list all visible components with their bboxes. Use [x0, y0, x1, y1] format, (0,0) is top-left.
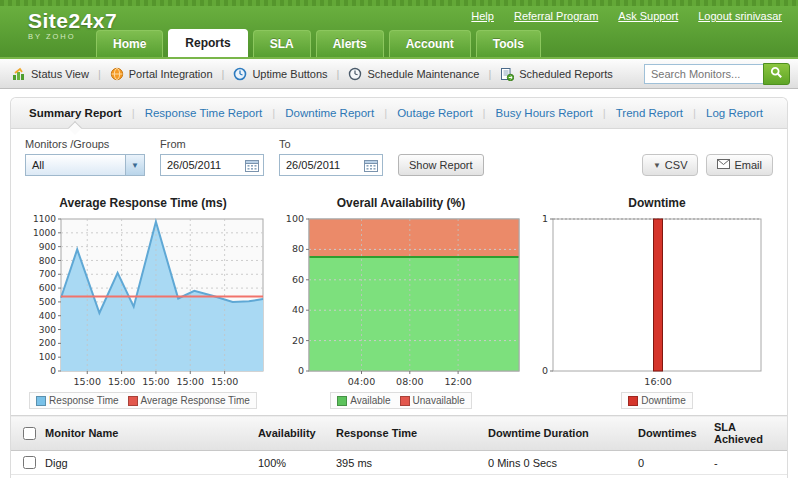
downtime-plot: 0116:00	[533, 213, 781, 391]
header-link-logout-srinivasar[interactable]: Logout srinivasar	[698, 10, 782, 22]
csv-button[interactable]: ▼ CSV	[642, 154, 699, 176]
toolbar-separator: |	[488, 68, 491, 80]
from-label: From	[160, 138, 264, 150]
svg-text:1000: 1000	[33, 228, 56, 238]
search-input[interactable]	[644, 64, 763, 84]
status-view-icon	[12, 67, 26, 81]
svg-text:08:00: 08:00	[396, 376, 423, 387]
search-monitors	[644, 63, 790, 85]
cell-monitor-name: Digg	[41, 451, 254, 475]
tab-account[interactable]: Account	[389, 30, 471, 57]
report-tab-summary-report[interactable]: Summary Report	[29, 107, 122, 119]
svg-text:500: 500	[39, 297, 56, 307]
toolbar: Status View|Portal Integration|Uptime Bu…	[0, 59, 798, 89]
legend-item-available: Available	[337, 395, 390, 406]
toolbar-item-portal-integration[interactable]: Portal Integration	[106, 67, 217, 81]
chevron-down-icon: ▼	[125, 155, 144, 175]
legend-item-response-time: Response Time	[36, 395, 118, 406]
report-tab-separator: |	[693, 107, 696, 119]
toolbar-item-status-view[interactable]: Status View	[8, 67, 93, 81]
svg-text:16:00: 16:00	[644, 376, 671, 387]
header-link-ask-support[interactable]: Ask Support	[618, 10, 678, 22]
svg-text:1: 1	[542, 213, 548, 224]
svg-text:20: 20	[292, 335, 304, 346]
from-date-filter: From 26/05/2011	[160, 138, 264, 176]
report-tab-separator: |	[384, 107, 387, 119]
tab-tools[interactable]: Tools	[476, 30, 541, 57]
report-tab-busy-hours-report[interactable]: Busy Hours Report	[496, 107, 593, 119]
svg-text:700: 700	[39, 269, 56, 279]
cell-downtimes: 0	[634, 451, 710, 475]
report-tab-outage-report[interactable]: Outage Report	[397, 107, 472, 119]
average-response-time-plot: 01002003004005006007008009001000110015:0…	[17, 213, 269, 391]
svg-text:15:00: 15:00	[74, 376, 101, 387]
export-buttons: ▼ CSV Email	[642, 154, 773, 176]
report-tab-response-time-report[interactable]: Response Time Report	[145, 107, 263, 119]
header-links: HelpReferral ProgramAsk SupportLogout sr…	[471, 10, 782, 22]
column-header-monitor-name[interactable]: Monitor Name	[41, 416, 254, 451]
monitors-table: Monitor NameAvailabilityResponse TimeDow…	[11, 415, 787, 478]
to-date-value: 26/05/2011	[280, 159, 364, 171]
filter-bar: Monitors /Groups All ▼ From 26/05/2011 T…	[11, 129, 787, 188]
report-tab-separator: |	[132, 107, 135, 119]
tab-sla[interactable]: SLA	[253, 30, 311, 57]
svg-text:15:00: 15:00	[142, 376, 169, 387]
report-tab-separator: |	[483, 107, 486, 119]
downtime-legend: Downtime	[621, 392, 692, 409]
chart-average-response-time: Average Response Time (ms)01002003004005…	[17, 194, 269, 409]
select-all-checkbox[interactable]	[23, 427, 36, 440]
svg-text:40: 40	[292, 304, 304, 315]
calendar-icon[interactable]	[364, 159, 382, 172]
toolbar-item-uptime-buttons[interactable]: Uptime Buttons	[229, 67, 331, 81]
tab-reports[interactable]: Reports	[168, 29, 247, 57]
to-date-filter: To 26/05/2011	[279, 138, 383, 176]
csv-dropdown-icon: ▼	[653, 161, 661, 170]
monitors-groups-select[interactable]: All ▼	[25, 154, 145, 176]
svg-text:200: 200	[39, 338, 56, 348]
report-tabs: Summary Report|Response Time Report|Down…	[11, 98, 787, 129]
legend-swatch	[400, 396, 410, 406]
portal-integration-icon	[110, 67, 124, 81]
to-date-input[interactable]: 26/05/2011	[279, 154, 383, 176]
legend-item-unavailable: Unavailable	[400, 395, 465, 406]
legend-swatch	[36, 396, 46, 406]
header-link-help[interactable]: Help	[471, 10, 494, 22]
report-tab-trend-report[interactable]: Trend Report	[616, 107, 683, 119]
table-row-site24x7: Site24x7100%549 ms0 Mins 0 Secs0-	[11, 475, 787, 478]
report-tab-log-report[interactable]: Log Report	[706, 107, 763, 119]
search-icon	[770, 66, 783, 81]
chart-overall-availability: Overall Availability (%)02040608010004:0…	[275, 194, 527, 409]
average-response-time-legend: Response TimeAverage Response Time	[29, 392, 257, 409]
tab-home[interactable]: Home	[96, 30, 163, 57]
toolbar-item-scheduled-reports[interactable]: Scheduled Reports	[496, 67, 617, 81]
svg-text:0: 0	[542, 365, 548, 376]
email-button[interactable]: Email	[706, 154, 773, 176]
column-header-downtimes[interactable]: Downtimes	[634, 416, 710, 451]
overall-availability-legend: AvailableUnavailable	[330, 392, 472, 409]
toolbar-item-label: Uptime Buttons	[252, 68, 327, 80]
row-checkbox[interactable]	[23, 456, 36, 469]
report-tab-downtime-report[interactable]: Downtime Report	[285, 107, 374, 119]
toolbar-item-schedule-maintenance[interactable]: Schedule Maintenance	[344, 67, 483, 81]
column-header-response-time[interactable]: Response Time	[332, 416, 484, 451]
column-header-downtime-duration[interactable]: Downtime Duration	[484, 416, 634, 451]
chart-downtime: Downtime0116:00Downtime	[533, 194, 781, 409]
header-link-referral-program[interactable]: Referral Program	[514, 10, 598, 22]
from-date-input[interactable]: 26/05/2011	[160, 154, 264, 176]
column-header-availability[interactable]: Availability	[254, 416, 332, 451]
cell-sla-achieved: -	[710, 451, 787, 475]
legend-swatch	[628, 396, 638, 406]
charts-row: Average Response Time (ms)01002003004005…	[11, 188, 787, 411]
toolbar-separator: |	[337, 68, 340, 80]
tab-alerts[interactable]: Alerts	[316, 30, 384, 57]
column-header-sla-achieved[interactable]: SLA Achieved	[710, 416, 787, 451]
svg-text:1100: 1100	[33, 214, 56, 224]
from-date-value: 26/05/2011	[161, 159, 245, 171]
overall-availability-title: Overall Availability (%)	[337, 196, 466, 210]
cell-response-time: 395 ms	[332, 451, 484, 475]
search-button[interactable]	[763, 63, 790, 85]
toolbar-item-label: Scheduled Reports	[519, 68, 613, 80]
calendar-icon[interactable]	[245, 159, 263, 172]
show-report-button[interactable]: Show Report	[398, 154, 484, 176]
cell-downtime-duration: 0 Mins 0 Secs	[484, 475, 634, 478]
